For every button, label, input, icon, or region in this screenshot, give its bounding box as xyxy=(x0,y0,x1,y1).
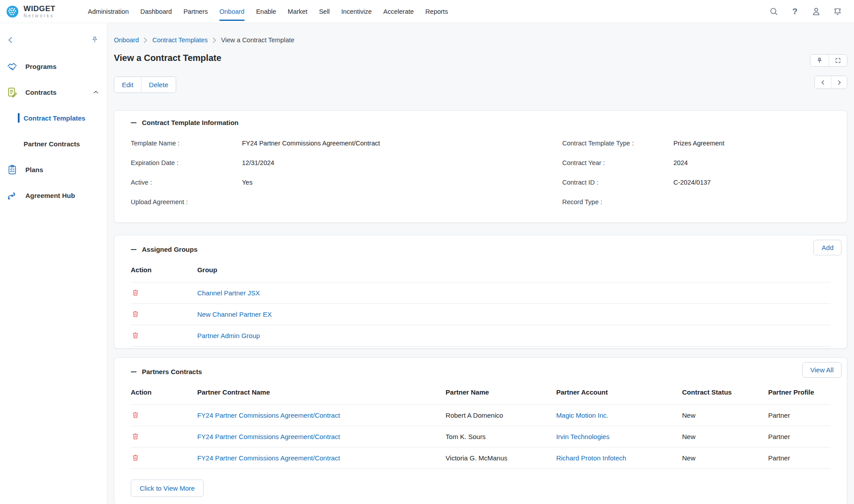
assigned-groups-section: Assigned Groups Add Action Group xyxy=(114,235,847,349)
assigned-groups-table: Action Group Channel Partner JSX xyxy=(131,258,830,347)
nav-partners[interactable]: Partners xyxy=(177,0,214,23)
contract-status: New xyxy=(682,454,696,462)
partner-contract-link[interactable]: FY24 Partner Commissions Agreement/Contr… xyxy=(197,433,340,440)
add-group-button[interactable]: Add xyxy=(814,240,842,255)
sidebar-item-agreement-hub[interactable]: Agreement Hub xyxy=(0,182,107,208)
delete-row-icon[interactable] xyxy=(131,431,140,441)
sidebar-subitem-label: Partner Contracts xyxy=(24,140,80,148)
breadcrumb-onboard[interactable]: Onboard xyxy=(114,36,139,44)
sidebar-menu: Programs Contracts Contract Templates Pa… xyxy=(0,53,107,208)
field-label: Contract Year : xyxy=(562,159,673,166)
sidebar-pin-icon[interactable] xyxy=(91,36,99,44)
breadcrumb: Onboard Contract Templates View a Contra… xyxy=(114,36,847,44)
field-label: Contract Template Type : xyxy=(562,140,673,147)
nav-sell[interactable]: Sell xyxy=(313,0,335,23)
contract-icon xyxy=(7,87,18,98)
field-value: 12/31/2024 xyxy=(242,159,274,166)
nav-administration[interactable]: Administration xyxy=(82,0,135,23)
next-record-icon[interactable] xyxy=(831,76,847,89)
sidebar-item-contract-templates[interactable]: Contract Templates xyxy=(0,105,107,131)
brand-name: WIDGET xyxy=(24,5,56,12)
nav-reports[interactable]: Reports xyxy=(419,0,454,23)
field-upload-agreement: Upload Agreement : xyxy=(131,192,562,212)
field-label: Contract ID : xyxy=(562,179,673,186)
pin-record-icon[interactable] xyxy=(810,55,829,66)
collapse-dash-icon[interactable] xyxy=(131,371,137,372)
delete-row-icon[interactable] xyxy=(131,453,140,463)
field-label: Upload Agreement : xyxy=(131,198,242,206)
field-label: Record Type : xyxy=(562,198,673,206)
column-header-partner-contract-name: Partner Contract Name xyxy=(197,380,445,405)
delete-row-icon[interactable] xyxy=(131,410,140,420)
help-icon[interactable]: ? xyxy=(790,7,800,16)
view-all-button[interactable]: View All xyxy=(802,362,842,378)
field-value: C-2024/0137 xyxy=(673,179,711,186)
sidebar-item-label: Contracts xyxy=(25,89,56,96)
user-icon[interactable] xyxy=(811,7,821,16)
chevron-up-icon[interactable] xyxy=(92,89,100,96)
nav-enable[interactable]: Enable xyxy=(250,0,282,23)
delete-row-icon[interactable] xyxy=(131,309,140,319)
collapse-dash-icon[interactable] xyxy=(131,122,137,123)
partner-contract-link[interactable]: FY24 Partner Commissions Agreement/Contr… xyxy=(197,411,340,419)
prev-record-icon[interactable] xyxy=(815,76,831,89)
sidebar-item-label: Plans xyxy=(25,166,43,173)
collapse-dash-icon[interactable] xyxy=(131,249,137,250)
sidebar-item-label: Agreement Hub xyxy=(25,192,75,199)
partner-profile: Partner xyxy=(768,433,790,440)
nav-market[interactable]: Market xyxy=(282,0,313,23)
record-tools-group xyxy=(810,54,847,67)
field-contract-year: Contract Year : 2024 xyxy=(562,153,830,173)
field-label: Active : xyxy=(131,179,242,186)
brand-subname: Networks xyxy=(24,14,56,18)
sidebar-item-partner-contracts[interactable]: Partner Contracts xyxy=(0,131,107,157)
column-header-action: Action xyxy=(131,380,197,405)
delete-button[interactable]: Delete xyxy=(141,77,176,93)
partner-account-link[interactable]: Richard Proton Infotech xyxy=(556,454,626,462)
sidebar-subitem-label: Contract Templates xyxy=(24,114,85,122)
nav-accelerate[interactable]: Accelerate xyxy=(378,0,420,23)
breadcrumb-separator-icon xyxy=(213,37,216,43)
section-title: Contract Template Information xyxy=(131,119,238,126)
delete-row-icon[interactable] xyxy=(131,288,140,298)
field-expiration-date: Expiration Date : 12/31/2024 xyxy=(131,153,562,173)
logo-globe-icon xyxy=(6,5,19,18)
group-link[interactable]: Channel Partner JSX xyxy=(197,289,260,297)
partner-contract-link[interactable]: FY24 Partner Commissions Agreement/Contr… xyxy=(197,454,340,462)
sidebar-collapse-icon[interactable] xyxy=(6,36,15,44)
delete-row-icon[interactable] xyxy=(131,331,140,340)
group-link[interactable]: New Channel Partner EX xyxy=(197,310,272,318)
column-header-action: Action xyxy=(131,258,197,282)
column-header-partner-name: Partner Name xyxy=(446,380,556,405)
group-link[interactable]: Partner Admin Group xyxy=(197,332,260,339)
sidebar-item-programs[interactable]: Programs xyxy=(0,53,107,79)
partner-account-link[interactable]: Magic Motion Inc. xyxy=(556,411,608,419)
sidebar-item-label: Programs xyxy=(25,63,56,70)
top-bar: WIDGET Networks Administration Dashboard… xyxy=(0,0,854,23)
nav-onboard[interactable]: Onboard xyxy=(214,0,250,23)
section-title: Assigned Groups xyxy=(131,246,197,253)
search-icon[interactable] xyxy=(769,7,778,16)
field-label: Expiration Date : xyxy=(131,159,242,166)
view-more-button[interactable]: Click to View More xyxy=(131,480,204,497)
expand-icon[interactable] xyxy=(829,55,847,66)
brand-logo[interactable]: WIDGET Networks xyxy=(6,5,56,18)
partner-account-link[interactable]: Irvin Technologies xyxy=(556,433,609,440)
nav-dashboard[interactable]: Dashboard xyxy=(134,0,177,23)
column-header-partner-account: Partner Account xyxy=(556,380,682,405)
breadcrumb-separator-icon xyxy=(144,37,147,43)
contract-template-information-section: Contract Template Information Template N… xyxy=(114,110,847,223)
contract-status: New xyxy=(682,411,696,419)
nav-incentivize[interactable]: Incentivize xyxy=(335,0,378,23)
partners-contracts-table: Action Partner Contract Name Partner Nam… xyxy=(131,380,830,469)
clipboard-icon xyxy=(7,164,18,175)
table-row: FY24 Partner Commissions Agreement/Contr… xyxy=(131,426,830,448)
field-value: Yes xyxy=(242,179,253,186)
breadcrumb-contract-templates[interactable]: Contract Templates xyxy=(152,36,208,44)
notifications-icon[interactable] xyxy=(833,7,842,16)
partner-name: Victoria G. McManus xyxy=(446,454,508,462)
sidebar-item-plans[interactable]: Plans xyxy=(0,157,107,182)
sidebar-item-contracts[interactable]: Contracts xyxy=(0,79,107,105)
partner-profile: Partner xyxy=(768,411,790,419)
edit-button[interactable]: Edit xyxy=(114,77,141,93)
